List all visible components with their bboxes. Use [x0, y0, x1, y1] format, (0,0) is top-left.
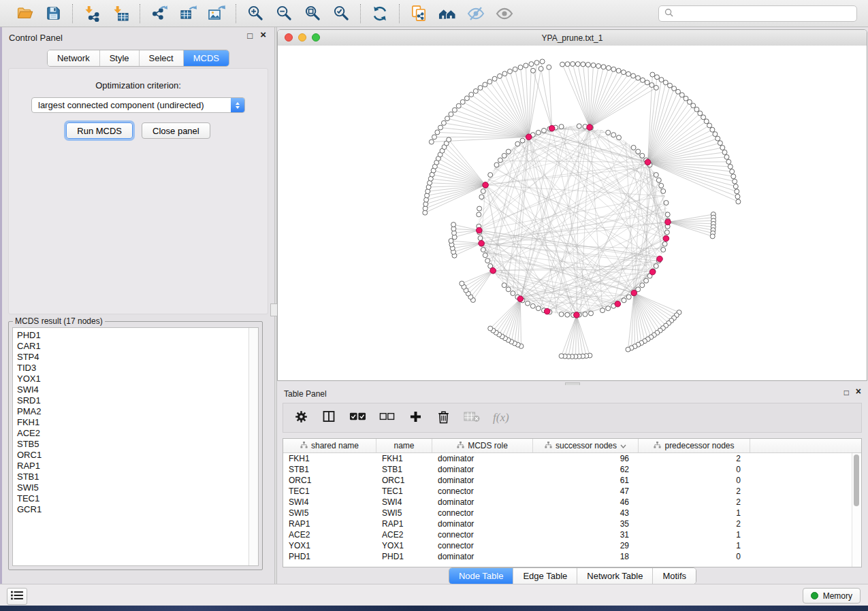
graph-leaf-node[interactable] [672, 86, 677, 91]
graph-leaf-node[interactable] [704, 119, 709, 124]
graph-leaf-node[interactable] [438, 125, 443, 130]
graph-leaf-node[interactable] [710, 127, 715, 132]
mcds-result-item[interactable]: GCR1 [17, 504, 248, 515]
graph-node[interactable] [577, 124, 581, 129]
graph-leaf-node[interactable] [713, 132, 718, 137]
graph-leaf-node[interactable] [636, 76, 641, 80]
graph-mcds-hub-node[interactable] [665, 219, 671, 225]
graph-leaf-node[interactable] [733, 179, 737, 184]
graph-leaf-node[interactable] [559, 354, 564, 359]
table-row[interactable]: YOX1YOX1connector291 [283, 540, 852, 551]
float-panel-icon[interactable]: □ [247, 31, 253, 41]
table-row[interactable]: RAP1RAP1dominator352 [283, 518, 852, 529]
graph-leaf-node[interactable] [626, 71, 631, 76]
mcds-result-item[interactable]: RAP1 [17, 461, 248, 472]
graph-leaf-node[interactable] [626, 347, 630, 352]
graph-leaf-node[interactable] [483, 82, 487, 87]
graph-node[interactable] [477, 212, 481, 217]
table-row[interactable]: SWI5SWI5connector431 [283, 508, 852, 518]
graph-leaf-node[interactable] [687, 99, 692, 104]
graph-leaf-node[interactable] [718, 141, 722, 146]
graph-leaf-node[interactable] [560, 62, 565, 67]
graph-node[interactable] [656, 178, 661, 182]
close-panel-button[interactable]: Close panel [142, 122, 210, 139]
graph-leaf-node[interactable] [449, 112, 453, 116]
graph-leaf-node[interactable] [492, 76, 497, 81]
graph-leaf-node[interactable] [460, 99, 465, 104]
mcds-list-scrollbar[interactable] [248, 328, 258, 565]
graph-leaf-node[interactable] [649, 83, 654, 88]
table-mode-button[interactable] [293, 408, 308, 428]
graph-node[interactable] [589, 311, 594, 316]
graph-node[interactable] [611, 133, 616, 137]
graph-leaf-node[interactable] [701, 115, 706, 120]
graph-leaf-node[interactable] [464, 96, 469, 101]
mcds-result-item[interactable]: TID3 [17, 363, 248, 374]
graph-node[interactable] [494, 163, 499, 167]
column-header-MCDS-role[interactable]: MCDS role [432, 439, 533, 452]
close-window-icon[interactable] [285, 33, 293, 42]
mcds-result-item[interactable]: ORC1 [17, 450, 248, 461]
mcds-result-item[interactable]: FKH1 [17, 417, 248, 428]
graph-node[interactable] [664, 201, 669, 205]
graph-leaf-node[interactable] [531, 68, 536, 73]
graph-node[interactable] [530, 303, 535, 308]
graph-leaf-node[interactable] [460, 281, 464, 286]
hide-selected-button[interactable] [464, 3, 487, 24]
graph-leaf-node[interactable] [679, 93, 684, 97]
delete-columns-button[interactable] [436, 408, 451, 428]
network-canvas[interactable] [278, 46, 867, 380]
graph-leaf-node[interactable] [733, 184, 738, 189]
tab-mcds[interactable]: MCDS [183, 50, 229, 66]
tab-network-table[interactable]: Network Table [577, 568, 652, 584]
graph-leaf-node[interactable] [524, 63, 528, 68]
graph-leaf-node[interactable] [469, 93, 474, 97]
tab-motifs[interactable]: Motifs [652, 568, 696, 584]
graph-leaf-node[interactable] [684, 96, 688, 101]
graph-node[interactable] [600, 308, 605, 313]
graph-leaf-node[interactable] [581, 62, 585, 67]
deselect-all-rows-button[interactable] [379, 408, 395, 428]
float-table-panel-icon[interactable]: □ [844, 388, 849, 397]
graph-node[interactable] [478, 236, 483, 241]
graph-node[interactable] [502, 283, 507, 288]
graph-leaf-node[interactable] [518, 65, 523, 70]
graph-node[interactable] [498, 158, 502, 163]
first-neighbors-button[interactable] [436, 3, 459, 24]
mcds-result-item[interactable]: SWI4 [17, 384, 248, 395]
graph-leaf-node[interactable] [735, 194, 740, 199]
graph-mcds-hub-node[interactable] [587, 125, 593, 131]
close-panel-icon[interactable]: × [260, 30, 266, 39]
graph-node[interactable] [565, 312, 570, 317]
run-mcds-button[interactable]: Run MCDS [66, 122, 133, 139]
graph-leaf-node[interactable] [631, 73, 636, 78]
network-graph-svg[interactable] [278, 46, 867, 380]
graph-leaf-node[interactable] [611, 67, 616, 71]
memory-button[interactable]: Memory [803, 588, 861, 604]
graph-leaf-node[interactable] [698, 111, 703, 116]
import-table-button[interactable] [109, 3, 132, 24]
graph-leaf-node[interactable] [529, 62, 534, 67]
graph-node[interactable] [661, 248, 666, 252]
graph-node[interactable] [640, 153, 645, 158]
graph-node[interactable] [502, 153, 507, 158]
graph-leaf-node[interactable] [487, 80, 492, 84]
close-table-panel-icon[interactable]: × [856, 386, 861, 396]
graph-leaf-node[interactable] [513, 67, 517, 71]
graph-node[interactable] [659, 183, 664, 188]
graph-leaf-node[interactable] [659, 78, 664, 82]
graph-node[interactable] [483, 253, 487, 258]
graph-node[interactable] [511, 291, 515, 296]
zoom-out-button[interactable] [272, 3, 295, 24]
graph-leaf-node[interactable] [456, 103, 461, 108]
graph-node[interactable] [664, 230, 669, 235]
graph-leaf-node[interactable] [716, 136, 720, 141]
graph-leaf-node[interactable] [445, 116, 450, 121]
export-table-button[interactable] [176, 3, 199, 24]
graph-node[interactable] [606, 306, 611, 311]
graph-leaf-node[interactable] [663, 80, 668, 85]
graph-leaf-node[interactable] [601, 65, 606, 69]
graph-node[interactable] [542, 128, 547, 133]
graph-node[interactable] [606, 130, 611, 135]
save-session-button[interactable] [42, 3, 65, 24]
